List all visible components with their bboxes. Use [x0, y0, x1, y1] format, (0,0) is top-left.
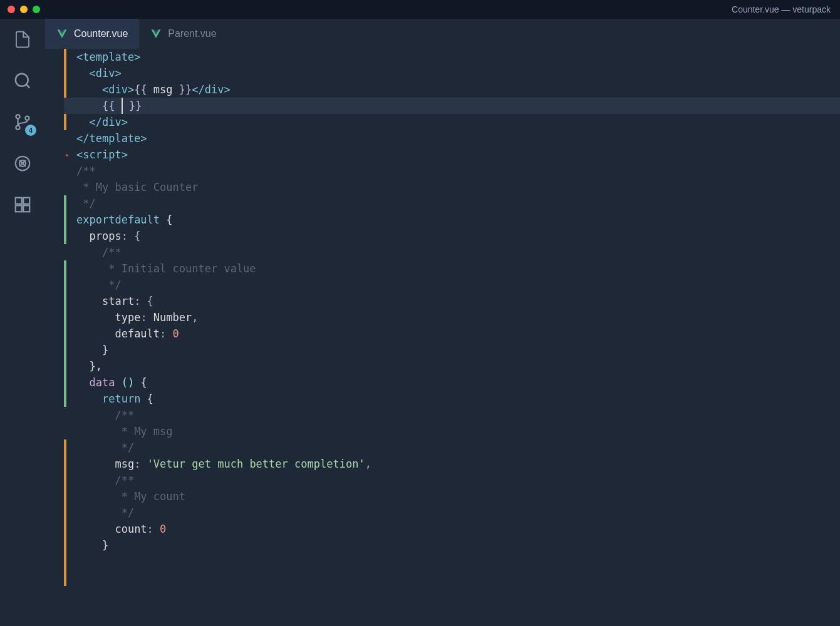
svg-point-2	[16, 115, 19, 118]
code-line: return {	[64, 391, 840, 407]
svg-point-3	[16, 126, 19, 130]
window-minimize-button[interactable]	[20, 6, 28, 13]
code-line: /**	[64, 163, 840, 179]
code-line: ▸<script>	[64, 146, 840, 163]
vue-icon	[150, 28, 162, 39]
code-line: */	[64, 277, 840, 293]
code-line: data () {	[64, 374, 840, 391]
extensions-icon[interactable]	[11, 193, 34, 216]
code-line: export default {	[64, 212, 840, 228]
search-icon[interactable]	[11, 69, 34, 92]
code-line: <div>{{ msg }}</div>	[64, 81, 840, 98]
window-controls	[8, 6, 40, 13]
code-line: count: 0	[64, 521, 840, 537]
code-line: */	[64, 505, 840, 521]
source-control-badge: 4	[25, 125, 36, 136]
code-line: <template>	[64, 49, 840, 65]
titlebar: Counter.vue — veturpack	[0, 0, 840, 19]
code-line: type: Number,	[64, 309, 840, 326]
svg-rect-9	[16, 205, 22, 212]
code-line: * My count	[64, 488, 840, 505]
code-line: /**	[64, 407, 840, 423]
editor-area: Counter.vue Parent.vue <template> <div> …	[45, 19, 840, 626]
code-line: props: {	[64, 228, 840, 244]
window-maximize-button[interactable]	[33, 6, 40, 13]
tab-label: Counter.vue	[74, 28, 128, 39]
tab-parent[interactable]: Parent.vue	[139, 19, 227, 49]
window-title: Counter.vue — veturpack	[732, 4, 831, 14]
tab-counter[interactable]: Counter.vue	[45, 19, 139, 49]
fold-arrow-icon[interactable]: ▸	[65, 146, 70, 163]
tab-label: Parent.vue	[168, 28, 216, 39]
code-line: * Initial counter value	[64, 260, 840, 277]
code-line: /**	[64, 472, 840, 488]
code-line: default: 0	[64, 326, 840, 342]
code-line: }	[64, 342, 840, 358]
code-line: }	[64, 537, 840, 553]
code-line: </div>	[64, 114, 840, 130]
window-close-button[interactable]	[8, 6, 15, 13]
code-line: <div>	[64, 65, 840, 81]
debug-icon[interactable]	[11, 152, 34, 175]
code-line: */	[64, 195, 840, 212]
vue-icon	[56, 28, 68, 39]
svg-rect-10	[23, 205, 29, 212]
svg-line-1	[26, 85, 29, 88]
source-control-icon[interactable]: 4	[11, 111, 34, 133]
code-line: start: {	[64, 293, 840, 309]
tabs: Counter.vue Parent.vue	[45, 19, 840, 49]
main-area: 4 Counter.vue Parent.vue	[0, 19, 840, 626]
code-line: * My basic Counter	[64, 179, 840, 195]
svg-rect-7	[16, 198, 22, 204]
explorer-icon[interactable]	[11, 28, 34, 51]
code-line: /**	[64, 244, 840, 260]
code-line: * My msg	[64, 423, 840, 439]
code-line: },	[64, 358, 840, 374]
code-editor[interactable]: <template> <div> <div>{{ msg }}</div> {{…	[45, 49, 840, 626]
svg-point-0	[16, 74, 28, 86]
code-line: msg: 'Vetur get much better completion',	[64, 456, 840, 472]
svg-rect-8	[23, 198, 29, 204]
code-line-current: {{ }}	[64, 98, 840, 114]
code-line: </template>	[64, 130, 840, 146]
svg-point-4	[25, 116, 29, 120]
code-line: */	[64, 439, 840, 456]
activity-bar: 4	[0, 19, 45, 626]
